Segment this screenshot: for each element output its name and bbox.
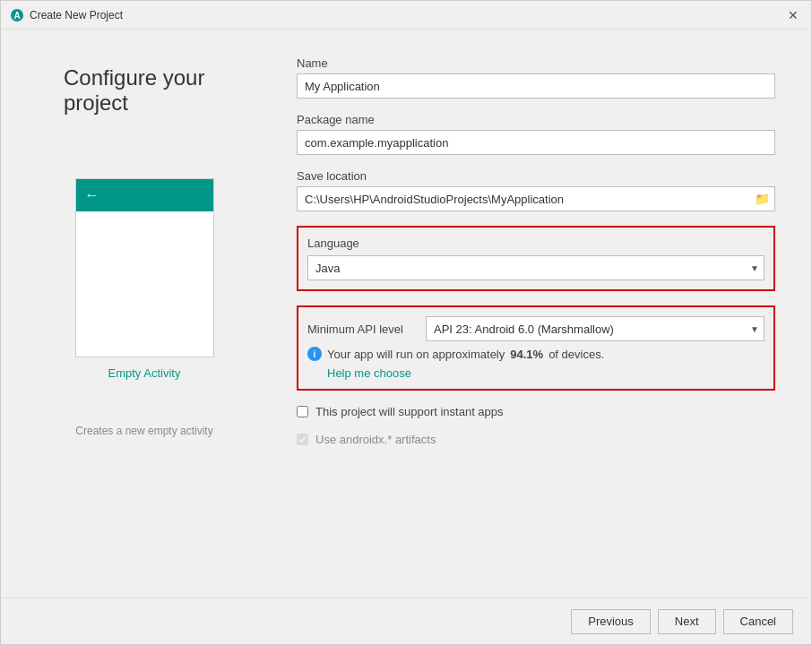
- api-row: Minimum API level API 16: Android 4.1 (J…: [307, 316, 764, 341]
- left-panel: Configure your project ← Empty Activity …: [1, 30, 288, 598]
- androidx-label: Use androidx.* artifacts: [315, 433, 436, 446]
- next-button[interactable]: Next: [658, 609, 716, 634]
- api-coverage: 94.1%: [510, 348, 543, 361]
- package-input[interactable]: [297, 130, 775, 155]
- api-label: Minimum API level: [307, 322, 415, 336]
- androidx-row: Use androidx.* artifacts: [297, 433, 775, 446]
- language-select[interactable]: Java Kotlin: [307, 255, 764, 280]
- bottom-bar: Previous Next Cancel: [1, 598, 811, 644]
- info-icon: i: [307, 347, 322, 361]
- api-info-row: i Your app will run on approximately 94.…: [307, 347, 764, 361]
- name-label: Name: [297, 56, 775, 70]
- activity-label: Empty Activity: [108, 366, 181, 380]
- help-me-choose-link[interactable]: Help me choose: [327, 366, 764, 380]
- preview-container: ← Empty Activity Creates a new empty act…: [75, 178, 214, 437]
- previous-button[interactable]: Previous: [571, 609, 651, 634]
- instant-apps-row: This project will support instant apps: [297, 405, 775, 418]
- svg-text:A: A: [13, 11, 20, 21]
- api-select-wrapper: API 16: Android 4.1 (Jelly Bean) API 21:…: [426, 316, 764, 341]
- title-area: Configure your project: [19, 47, 270, 142]
- back-arrow-icon: ←: [85, 187, 99, 203]
- save-location-input[interactable]: [297, 186, 775, 211]
- save-location-label: Save location: [297, 169, 775, 183]
- language-label: Language: [307, 236, 764, 250]
- window: A Create New Project ✕ Configure your pr…: [0, 0, 812, 645]
- package-label: Package name: [297, 113, 775, 126]
- language-select-wrapper: Java Kotlin ▼: [307, 255, 764, 280]
- main-content: Configure your project ← Empty Activity …: [1, 30, 811, 598]
- page-title: Configure your project: [64, 65, 270, 116]
- api-info-after: of devices.: [549, 348, 604, 361]
- save-location-group: Save location 📁: [297, 169, 775, 211]
- instant-apps-checkbox[interactable]: [297, 406, 308, 417]
- phone-header: ←: [76, 179, 213, 211]
- preview-subtitle: Creates a new empty activity: [75, 425, 212, 437]
- cancel-button[interactable]: Cancel: [723, 609, 793, 634]
- phone-preview: ←: [75, 178, 214, 357]
- instant-apps-label: This project will support instant apps: [315, 405, 504, 418]
- package-group: Package name: [297, 113, 775, 155]
- title-bar: A Create New Project ✕: [1, 1, 811, 30]
- language-box: Language Java Kotlin ▼: [297, 226, 775, 291]
- name-group: Name: [297, 56, 775, 99]
- api-info-before: Your app will run on approximately: [327, 348, 505, 361]
- androidx-checkbox: [297, 434, 308, 445]
- app-icon: A: [10, 8, 24, 22]
- title-bar-title: Create New Project: [30, 9, 784, 22]
- api-select[interactable]: API 16: Android 4.1 (Jelly Bean) API 21:…: [426, 316, 764, 341]
- name-input[interactable]: [297, 73, 775, 99]
- folder-icon[interactable]: 📁: [755, 192, 770, 206]
- save-location-input-wrapper: 📁: [297, 186, 775, 211]
- api-box: Minimum API level API 16: Android 4.1 (J…: [297, 305, 775, 391]
- close-button[interactable]: ✕: [784, 6, 802, 24]
- right-panel: Name Package name Save location 📁 Langua…: [288, 30, 811, 598]
